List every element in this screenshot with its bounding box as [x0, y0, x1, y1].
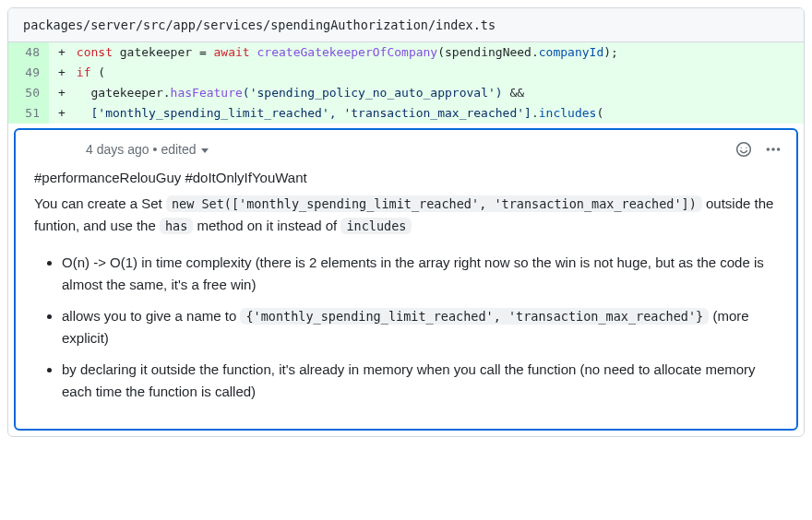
code-token: ( [90, 65, 105, 79]
code-token: ); [603, 45, 618, 59]
diff-container: packages/server/src/app/services/spendin… [7, 7, 805, 437]
code-token: ( [596, 106, 603, 120]
code-token [250, 45, 257, 59]
svg-point-3 [767, 148, 770, 151]
comment-actions [735, 141, 782, 158]
line-code: const gatekeeper = await createGatekeepe… [71, 42, 804, 63]
line-number: 49 [8, 63, 49, 83]
chevron-down-icon [201, 148, 209, 153]
line-marker: + [49, 63, 71, 83]
line-marker: + [49, 83, 71, 103]
line-code: ['monthly_spending_limit_reached', 'tran… [71, 103, 804, 124]
text: allows you to give a name to [62, 308, 240, 324]
more-actions-icon[interactable] [765, 141, 782, 158]
code-token: ('spending_policy_no_auto_approval') [243, 86, 503, 100]
code-token: const [77, 45, 113, 59]
list-item: O(n) -> O(1) in time complexity (there i… [62, 252, 778, 296]
text: You can create a Set [34, 195, 166, 211]
code-token: gatekeeper [113, 45, 199, 59]
comment-meta: 4 days ago • edited [86, 142, 209, 157]
code-token: includes [539, 106, 597, 120]
code-token: createGatekeeperOfCompany [257, 45, 438, 59]
code-token: ['monthly_spending_limit_reached', 'tran… [77, 106, 531, 120]
code-token: spendingNeed [445, 45, 531, 59]
svg-point-2 [746, 148, 746, 148]
line-marker: + [49, 103, 71, 124]
comment-hashtags: #performanceRelouGuy #doItOnlyIfYouWant [34, 167, 778, 189]
inline-code: {'monthly_spending_limit_reached', 'tran… [240, 308, 709, 325]
inline-code: new Set(['monthly_spending_limit_reached… [166, 195, 702, 212]
comment-header: 4 days ago • edited [71, 134, 796, 165]
line-number: 48 [8, 42, 49, 63]
code-token: . [531, 45, 539, 59]
line-code: if ( [71, 63, 804, 83]
svg-point-5 [777, 148, 781, 151]
list-item: allows you to give a name to {'monthly_s… [62, 305, 778, 349]
comment-bullet-list: O(n) -> O(1) in time complexity (there i… [34, 252, 778, 403]
code-token: && [503, 86, 524, 100]
diff-line-48[interactable]: 48 + const gatekeeper = await createGate… [8, 42, 804, 63]
code-token: if [77, 65, 91, 79]
add-reaction-icon[interactable] [735, 141, 752, 158]
meta-separator: • [153, 142, 158, 157]
inline-code: has [160, 218, 193, 234]
svg-point-4 [771, 148, 775, 151]
diff-line-51[interactable]: 51 + ['monthly_spending_limit_reached', … [8, 103, 804, 124]
diff-line-49[interactable]: 49 + if ( [8, 63, 804, 83]
code-token: hasFeature [171, 86, 243, 100]
comment-paragraph: You can create a Set new Set(['monthly_s… [34, 193, 778, 237]
diff-table: 48 + const gatekeeper = await createGate… [8, 42, 804, 124]
code-token: = [199, 45, 214, 59]
code-token: gatekeeper. [77, 86, 171, 100]
code-token: await [214, 45, 250, 59]
line-code: gatekeeper.hasFeature('spending_policy_n… [71, 83, 804, 103]
edited-dropdown[interactable]: edited [161, 142, 209, 157]
comment-body: #performanceRelouGuy #doItOnlyIfYouWant … [16, 165, 796, 403]
code-token: companyId [539, 45, 603, 59]
svg-point-0 [737, 143, 751, 157]
code-token: ( [437, 45, 445, 59]
line-number: 51 [8, 103, 49, 124]
file-path-header[interactable]: packages/server/src/app/services/spendin… [8, 8, 804, 42]
review-comment: 4 days ago • edited #performanceRelouGuy… [14, 128, 798, 431]
comment-wrapper: 4 days ago • edited #performanceRelouGuy… [8, 124, 804, 436]
comment-timestamp[interactable]: 4 days ago [86, 142, 149, 157]
text: method on it instead of [193, 218, 340, 233]
line-marker: + [49, 42, 71, 63]
diff-line-50[interactable]: 50 + gatekeeper.hasFeature('spending_pol… [8, 83, 804, 103]
code-token: . [531, 106, 539, 120]
list-item: by declaring it outside the function, it… [62, 359, 778, 403]
svg-point-1 [741, 148, 742, 148]
line-number: 50 [8, 83, 49, 103]
edited-label: edited [161, 142, 196, 157]
inline-code: includes [340, 218, 412, 234]
